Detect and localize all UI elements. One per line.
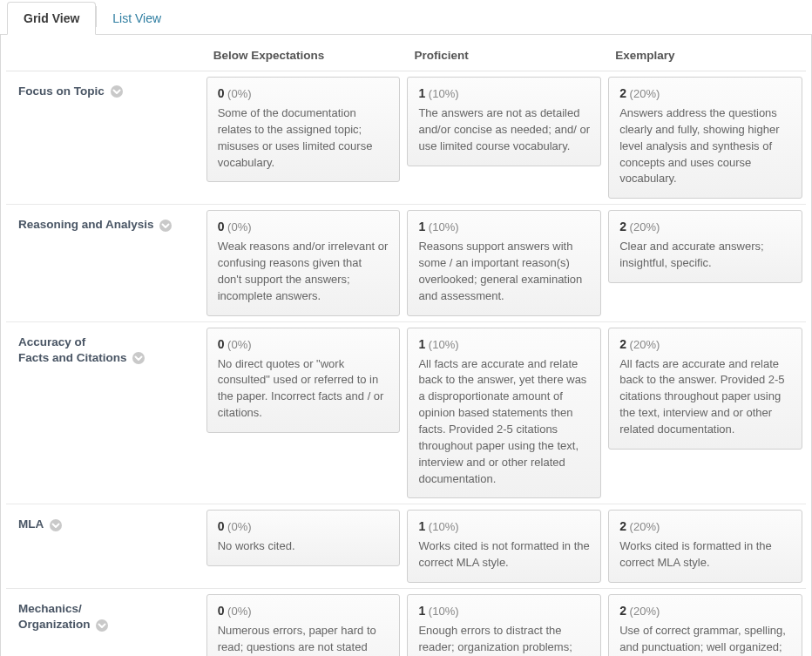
level-description: No direct quotes or "work consulted" use…	[218, 356, 389, 422]
rubric-table: Below Expectations Proficient Exemplary …	[6, 40, 806, 656]
points-value: 1	[418, 337, 425, 351]
header-below: Below Expectations	[203, 40, 404, 71]
chevron-down-icon[interactable]	[132, 351, 145, 365]
percent-value: (0%)	[227, 605, 251, 618]
percent-value: (0%)	[227, 87, 251, 100]
criterion-name-line: Facts and Citations	[18, 351, 127, 364]
level-description: Enough errors to distract the reader; or…	[418, 623, 590, 656]
svg-point-3	[50, 519, 62, 531]
rubric-cell[interactable]: 2 (20%)Works cited is formatted in the c…	[608, 510, 802, 583]
percent-value: (10%)	[429, 605, 459, 618]
score-line: 2 (20%)	[619, 86, 791, 100]
tab-grid-view[interactable]: Grid View	[7, 2, 96, 35]
chevron-down-icon[interactable]	[49, 518, 63, 532]
rubric-cell[interactable]: 2 (20%)Use of correct grammar, spelling,…	[608, 594, 802, 656]
score-line: 1 (10%)	[418, 337, 590, 351]
rubric-cell[interactable]: 2 (20%)Answers address the questions cle…	[608, 77, 802, 199]
criterion-label[interactable]: Focus on Topic	[10, 77, 200, 106]
criterion-label[interactable]: MLA	[10, 510, 200, 539]
header-exemplary: Exemplary	[605, 40, 806, 71]
percent-value: (20%)	[630, 605, 660, 618]
percent-value: (10%)	[429, 220, 459, 233]
rubric-row: Mechanics/Organization 0 (0%)Numerous er…	[6, 589, 806, 656]
chevron-down-icon[interactable]	[159, 219, 173, 233]
score-line: 0 (0%)	[218, 220, 389, 233]
score-line: 2 (20%)	[619, 220, 791, 233]
rubric-cell[interactable]: 0 (0%)Some of the documentation relates …	[206, 77, 401, 182]
score-line: 0 (0%)	[218, 519, 389, 533]
level-description: Works cited is formatted in the correct …	[619, 538, 791, 571]
level-description: Answers address the questions clearly an…	[619, 105, 791, 187]
header-proficient: Proficient	[403, 40, 605, 71]
header-row: Below Expectations Proficient Exemplary	[6, 40, 806, 71]
score-line: 1 (10%)	[418, 220, 590, 233]
level-description: No works cited.	[218, 538, 389, 555]
rubric-cell[interactable]: 2 (20%)Clear and accurate answers; insig…	[608, 210, 802, 283]
criterion-label[interactable]: Reasoning and Analysis	[10, 210, 200, 240]
rubric-cell[interactable]: 1 (10%)Enough errors to distract the rea…	[407, 594, 601, 656]
rubric-grid: Below Expectations Proficient Exemplary …	[0, 35, 812, 656]
level-description: The answers are not as detailed and/or c…	[418, 105, 590, 155]
score-line: 1 (10%)	[418, 86, 590, 100]
percent-value: (20%)	[630, 220, 660, 233]
criterion-name-line: Accuracy of	[18, 335, 85, 348]
percent-value: (10%)	[429, 520, 459, 533]
rubric-cell[interactable]: 1 (10%)The answers are not as detailed a…	[407, 77, 601, 166]
rubric-cell[interactable]: 1 (10%)All facts are accurate and relate…	[407, 328, 601, 499]
tab-list-view[interactable]: List View	[97, 3, 177, 34]
criterion-name-line: Reasoning and Analysis	[18, 218, 154, 231]
level-description: All facts are accurate and relate back t…	[418, 356, 590, 488]
svg-point-0	[111, 85, 123, 98]
points-value: 0	[218, 337, 225, 351]
score-line: 1 (10%)	[418, 519, 590, 533]
criterion-label[interactable]: Mechanics/Organization	[10, 594, 200, 639]
score-line: 0 (0%)	[218, 86, 389, 100]
points-value: 1	[418, 86, 425, 100]
rubric-cell[interactable]: 0 (0%)No works cited.	[206, 510, 401, 566]
level-description: All facts are accurate and relate back t…	[619, 356, 791, 438]
level-description: Numerous errors, paper hard to read; que…	[218, 623, 389, 656]
level-description: Clear and accurate answers; insightful, …	[619, 239, 791, 272]
rubric-cell[interactable]: 1 (10%)Reasons support answers with some…	[407, 210, 601, 315]
criterion-name-line: MLA	[18, 517, 44, 531]
criterion-name-line: Organization	[18, 618, 91, 631]
criterion-label[interactable]: Accuracy ofFacts and Citations	[10, 328, 200, 373]
level-description: Weak reasons and/or irrelevant or confus…	[218, 239, 389, 304]
level-description: Use of correct grammar, spelling, and pu…	[619, 623, 791, 656]
percent-value: (0%)	[227, 220, 251, 233]
criterion-name-line: Mechanics/	[18, 602, 82, 615]
rubric-row: MLA 0 (0%)No works cited.1 (10%)Works ci…	[6, 504, 806, 589]
points-value: 0	[218, 519, 225, 533]
percent-value: (20%)	[630, 338, 660, 351]
score-line: 2 (20%)	[619, 604, 791, 618]
points-value: 1	[418, 220, 425, 233]
rubric-cell[interactable]: 0 (0%)Numerous errors, paper hard to rea…	[206, 594, 401, 656]
percent-value: (0%)	[227, 520, 251, 533]
view-tabs: Grid View List View	[0, 0, 812, 35]
rubric-cell[interactable]: 2 (20%)All facts are accurate and relate…	[608, 328, 802, 450]
points-value: 2	[619, 220, 626, 233]
level-description: Some of the documentation relates to the…	[218, 105, 389, 171]
score-line: 2 (20%)	[619, 337, 791, 351]
rubric-cell[interactable]: 1 (10%)Works cited is not formatted in t…	[407, 510, 601, 583]
level-description: Works cited is not formatted in the corr…	[418, 538, 590, 571]
rubric-row: Focus on Topic 0 (0%)Some of the documen…	[6, 71, 806, 205]
svg-point-4	[96, 619, 108, 632]
rubric-cell[interactable]: 0 (0%)No direct quotes or "work consulte…	[206, 328, 401, 433]
score-line: 1 (10%)	[418, 604, 590, 618]
header-blank	[6, 40, 203, 71]
points-value: 1	[418, 519, 425, 533]
percent-value: (10%)	[429, 87, 459, 100]
percent-value: (20%)	[630, 520, 660, 533]
percent-value: (0%)	[227, 338, 251, 351]
svg-point-2	[132, 352, 145, 364]
criterion-name-line: Focus on Topic	[18, 85, 105, 98]
svg-point-1	[159, 220, 172, 232]
chevron-down-icon[interactable]	[95, 619, 109, 632]
percent-value: (10%)	[429, 338, 459, 351]
points-value: 2	[619, 519, 626, 533]
rubric-cell[interactable]: 0 (0%)Weak reasons and/or irrelevant or …	[206, 210, 401, 315]
chevron-down-icon[interactable]	[110, 85, 124, 98]
score-line: 2 (20%)	[619, 519, 791, 533]
points-value: 1	[418, 604, 425, 618]
